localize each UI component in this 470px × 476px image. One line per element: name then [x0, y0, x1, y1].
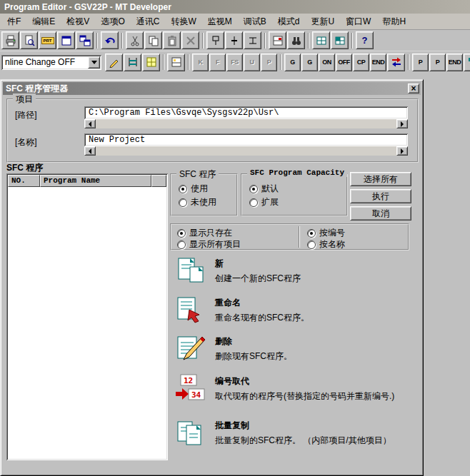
- sfc-program-manager-dialog: SFC 程序管理器 × 项目 [路径] C:\Program Files\Gsv…: [0, 79, 424, 476]
- paste-button[interactable]: [163, 31, 181, 49]
- svg-text:34: 34: [191, 390, 201, 400]
- toolbar-separator: [351, 33, 353, 49]
- find-icon: [291, 35, 302, 46]
- menu-item-通讯C[interactable]: 通讯C: [131, 13, 166, 31]
- rename-icon[interactable]: [175, 295, 208, 325]
- toolbar-separator: [163, 54, 164, 70]
- sfc-step-icon: [210, 35, 221, 46]
- toolbar2-button-p[interactable]: P: [412, 54, 429, 71]
- batch-copy-icon[interactable]: [175, 418, 208, 448]
- menu-item-监视M[interactable]: 监视M: [202, 13, 238, 31]
- monitor-grid-2-button[interactable]: [331, 31, 349, 49]
- print-preview-icon: [24, 35, 35, 46]
- action-text: 编号取代取代现有的程序号(替换指定的号码并重新编号.): [215, 374, 419, 404]
- toolbar2-button-f[interactable]: F: [209, 54, 226, 71]
- toolbar-main: PRT ?: [0, 30, 470, 51]
- menu-item-帮助H[interactable]: 帮助H: [376, 13, 411, 31]
- toolbar2-button-on[interactable]: ON: [319, 54, 335, 71]
- action-batch-copy[interactable]: 批量复制批量复制的SFC程序。 （内部项目/其他项目）: [170, 418, 420, 448]
- arrow-left-icon: [89, 148, 91, 154]
- menu-bar[interactable]: 件F编辑E检视V选项O通讯C转换W监视M调试B模式d更新U窗口W帮助H: [0, 14, 470, 30]
- transfer-icon: [391, 56, 402, 68]
- menu-item-检视V[interactable]: 检视V: [61, 13, 95, 31]
- toolbar2-button-p[interactable]: P: [261, 54, 277, 71]
- menu-item-模式d[interactable]: 模式d: [272, 13, 306, 31]
- action-text: 批量复制批量复制的SFC程序。 （内部项目/其他项目）: [215, 418, 419, 448]
- monitor-grid-button[interactable]: [312, 31, 330, 49]
- menu-item-编辑E[interactable]: 编辑E: [26, 13, 61, 31]
- step-mode-button[interactable]: [167, 54, 185, 71]
- action-title: 新: [215, 258, 419, 270]
- menu-item-窗口W[interactable]: 窗口W: [340, 13, 376, 31]
- window-titlebar[interactable]: Program Editor - GSV22P - MT Developer: [0, 0, 470, 14]
- combo-value: nline Change OFF: [5, 57, 75, 67]
- column-header-blank: [151, 175, 166, 187]
- column-header-no[interactable]: NO.: [8, 175, 40, 187]
- action-text: 重命名重命名现有的SFC程序。: [215, 295, 419, 325]
- online-change-combo[interactable]: nline Change OFF: [1, 55, 101, 70]
- column-header-name[interactable]: Program Name: [40, 175, 151, 187]
- toolbar2-button-cp[interactable]: CP: [353, 54, 369, 71]
- renumber-icon[interactable]: 1234: [175, 374, 208, 404]
- toolbar2-button-p[interactable]: P: [429, 54, 446, 71]
- program-list[interactable]: [8, 187, 166, 459]
- toolbar2-group3: PPEND: [412, 54, 463, 71]
- path-label: [路径]: [15, 109, 37, 121]
- action-title: 重命名: [215, 297, 419, 309]
- action-new-sfc[interactable]: 新创建一个新的SFC程序: [170, 256, 420, 286]
- scroll-left-button[interactable]: [84, 119, 96, 128]
- scroll-left-button[interactable]: [84, 146, 96, 156]
- project-legend: 项目: [13, 93, 36, 106]
- undo-button[interactable]: [101, 31, 119, 49]
- transfer-button[interactable]: [387, 54, 405, 71]
- combo-dropdown-button[interactable]: [88, 56, 100, 69]
- action-renumber[interactable]: 1234编号取代取代现有的程序号(替换指定的号码并重新编号.): [170, 374, 420, 404]
- option-grid-icon: [146, 56, 157, 68]
- print-setup-button[interactable]: PRT: [39, 31, 56, 49]
- prt-setup-icon: PRT: [41, 37, 54, 44]
- new-sfc-icon[interactable]: [175, 256, 208, 286]
- menu-item-更新U[interactable]: 更新U: [305, 13, 340, 31]
- toolbar2-button-k[interactable]: K: [192, 54, 209, 71]
- menu-item-调试B[interactable]: 调试B: [238, 13, 272, 31]
- toolbar2-button-fs[interactable]: FS: [226, 54, 243, 71]
- action-desc: 取代现有的程序号(替换指定的号码并重新编号.): [215, 391, 419, 402]
- option-grid-button[interactable]: [142, 54, 160, 71]
- ladder-block-button[interactable]: [269, 31, 286, 49]
- action-delete[interactable]: 删除删除现有SFC程序。: [170, 334, 420, 364]
- actions-list: 新创建一个新的SFC程序重命名重命名现有的SFC程序。删除删除现有SFC程序。1…: [170, 95, 420, 473]
- delete-icon[interactable]: [175, 334, 208, 364]
- monitor-grid-2-icon: [334, 35, 346, 46]
- window-tile-button[interactable]: [57, 31, 75, 49]
- toolbar2-button-u[interactable]: U: [244, 54, 260, 71]
- toolbar2-button-g[interactable]: G: [301, 54, 318, 71]
- print-preview-button[interactable]: [20, 31, 38, 49]
- action-rename[interactable]: 重命名重命名现有的SFC程序。: [170, 295, 420, 325]
- copy-button[interactable]: [144, 31, 162, 49]
- dialog-titlebar[interactable]: SFC 程序管理器 ×: [3, 82, 421, 95]
- toolbar2-button-end[interactable]: END: [370, 54, 386, 71]
- cut-button[interactable]: [126, 31, 144, 49]
- menu-item-件F[interactable]: 件F: [1, 13, 26, 31]
- window-cascade-button[interactable]: [76, 31, 94, 49]
- chevron-down-icon: [91, 61, 97, 67]
- menu-item-转换W[interactable]: 转换W: [165, 13, 201, 31]
- sfc-step-button[interactable]: [206, 31, 224, 49]
- help-button[interactable]: ?: [356, 31, 374, 49]
- program-edit-button[interactable]: [105, 54, 123, 71]
- toolbar-separator: [188, 54, 189, 70]
- toolbar2-button-g[interactable]: G: [284, 54, 301, 71]
- menu-item-选项O[interactable]: 选项O: [95, 13, 130, 31]
- ladder-edit-button[interactable]: [124, 54, 141, 71]
- print-button[interactable]: [1, 31, 19, 49]
- sfc-branch-button[interactable]: [244, 31, 261, 49]
- toolbar-separator: [202, 33, 204, 49]
- close-button[interactable]: ×: [408, 83, 419, 93]
- toolbar2-button-off[interactable]: OFF: [336, 54, 352, 71]
- toolbar2-button-end[interactable]: END: [446, 54, 463, 71]
- sfc-transition-button[interactable]: [225, 31, 243, 49]
- swap-button[interactable]: [464, 54, 470, 71]
- delete-button[interactable]: [181, 31, 199, 49]
- ladder-edit-icon: [127, 56, 139, 68]
- find-button[interactable]: [287, 31, 305, 49]
